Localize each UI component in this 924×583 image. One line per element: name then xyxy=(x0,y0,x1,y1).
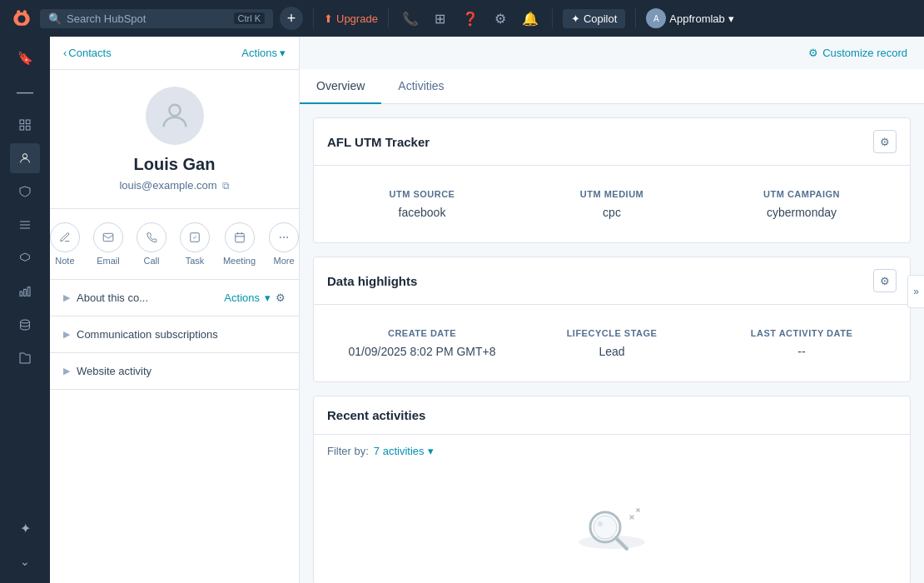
utm-card-title: AFL UTM Tracker xyxy=(327,135,430,149)
action-call[interactable]: Call xyxy=(137,222,166,266)
customize-record-link[interactable]: ⚙ Customize record xyxy=(808,47,907,59)
hubspot-logo[interactable] xyxy=(10,7,33,30)
help-icon[interactable]: ❓ xyxy=(459,7,482,30)
utm-card-header: AFL UTM Tracker ⚙ xyxy=(314,118,910,166)
collapse-chevron-icon: » xyxy=(913,286,919,297)
meeting-label: Meeting xyxy=(223,256,256,266)
note-button[interactable] xyxy=(50,222,80,252)
create-date-label: CREATE DATE xyxy=(388,328,456,338)
collapse-panel-button[interactable]: » xyxy=(907,275,924,308)
utm-card-body: UTM SOURCE facebook UTM MEDIUM cpc UTM C… xyxy=(314,166,910,242)
filter-chevron-icon: ▾ xyxy=(428,445,434,457)
svg-point-24 xyxy=(594,516,617,539)
gear-customize-icon: ⚙ xyxy=(808,47,818,59)
comm-chevron-icon: ▶ xyxy=(63,329,70,340)
sidebar-item-collapse[interactable]: ⌄ xyxy=(10,546,40,576)
lifecycle-stage-label: LIFECYCLE STAGE xyxy=(567,328,658,338)
about-actions-chevron-icon[interactable]: ▾ xyxy=(265,292,271,304)
highlights-gear-button[interactable]: ⚙ xyxy=(873,269,897,292)
filter-activities-button[interactable]: 7 activities ▾ xyxy=(374,445,434,457)
header-actions-button[interactable]: Actions ▾ xyxy=(241,47,286,59)
utm-campaign-col: UTM CAMPAIGN cybermonday xyxy=(707,179,897,229)
utm-medium-label: UTM MEDIUM xyxy=(580,189,644,199)
sidebar-item-marketing[interactable] xyxy=(10,177,40,207)
action-task[interactable]: Task xyxy=(180,222,210,266)
utm-gear-button[interactable]: ⚙ xyxy=(873,130,897,153)
create-date-value: 01/09/2025 8:02 PM GMT+8 xyxy=(348,345,495,358)
more-label: More xyxy=(274,256,295,266)
utm-campaign-label: UTM CAMPAIGN xyxy=(763,189,840,199)
sidebar-item-reports[interactable] xyxy=(10,277,40,306)
utm-source-col: UTM SOURCE facebook xyxy=(327,179,517,229)
svg-rect-15 xyxy=(235,233,244,242)
call-button[interactable] xyxy=(137,222,166,252)
sidebar-item-files[interactable] xyxy=(10,343,40,373)
notifications-icon[interactable]: 🔔 xyxy=(519,7,542,30)
user-avatar: A xyxy=(646,8,666,28)
contact-panel: ‹ Contacts Actions ▾ Louis Gan louis@exa… xyxy=(50,37,300,583)
sidebar-item-dashboard[interactable] xyxy=(10,110,40,140)
nav-divider-1 xyxy=(313,8,314,28)
action-meeting[interactable]: Meeting xyxy=(223,222,256,266)
filter-count-label: 7 activities xyxy=(374,445,425,457)
back-chevron-icon: ‹ xyxy=(63,47,67,59)
filter-by-label: Filter by: xyxy=(327,445,369,457)
email-button[interactable] xyxy=(93,222,123,252)
settings-icon[interactable]: ⚙ xyxy=(489,7,512,30)
data-highlights-card: Data highlights ⚙ CREATE DATE 01/09/2025… xyxy=(313,257,911,382)
action-email[interactable]: Email xyxy=(93,222,123,266)
action-note[interactable]: Note xyxy=(50,222,80,266)
tab-activities[interactable]: Activities xyxy=(381,69,460,104)
user-chevron-icon: ▾ xyxy=(728,12,734,25)
upgrade-button[interactable]: ⬆ Upgrade xyxy=(324,12,378,25)
about-section[interactable]: ▶ About this co... Actions ▾ ⚙ xyxy=(50,280,299,316)
copy-email-icon[interactable]: ⧉ xyxy=(222,180,230,192)
task-button[interactable] xyxy=(180,222,210,252)
sidebar-item-data[interactable] xyxy=(10,310,40,340)
sidebar-item-sparkle[interactable]: ✦ xyxy=(10,513,40,543)
upgrade-label: Upgrade xyxy=(336,12,378,25)
tab-overview[interactable]: Overview xyxy=(300,69,381,104)
utm-medium-col: UTM MEDIUM cpc xyxy=(517,179,707,229)
last-activity-label: LAST ACTIVITY DATE xyxy=(751,328,852,338)
sidebar-item-tags[interactable] xyxy=(10,243,40,273)
search-bar[interactable]: 🔍 Search HubSpot Ctrl K xyxy=(40,9,273,28)
note-label: Note xyxy=(55,256,74,266)
action-more[interactable]: More xyxy=(269,222,299,266)
add-button[interactable]: + xyxy=(280,7,303,30)
communication-section[interactable]: ▶ Communication subscriptions xyxy=(50,316,299,353)
svg-point-12 xyxy=(169,105,180,116)
svg-point-21 xyxy=(287,237,288,237)
meeting-button[interactable] xyxy=(225,222,255,252)
left-sidebar: 🔖 — ✦ ⌄ xyxy=(0,37,50,583)
user-menu-button[interactable]: A Appfromlab ▾ xyxy=(646,8,733,28)
about-gear-icon[interactable]: ⚙ xyxy=(276,292,286,304)
sidebar-item-lists[interactable] xyxy=(10,210,40,240)
about-actions-button[interactable]: Actions xyxy=(224,292,260,304)
tab-activities-label: Activities xyxy=(398,79,444,92)
contacts-back-label: Contacts xyxy=(68,47,111,59)
svg-point-26 xyxy=(598,521,603,526)
copilot-button[interactable]: ✦ Copilot xyxy=(563,9,625,28)
empty-illustration xyxy=(570,492,653,559)
website-section-title: Website activity xyxy=(77,365,152,377)
contact-panel-header: ‹ Contacts Actions ▾ xyxy=(50,37,299,70)
lifecycle-stage-col: LIFECYCLE STAGE Lead xyxy=(517,318,707,368)
highlights-card-title: Data highlights xyxy=(327,274,417,288)
more-button[interactable] xyxy=(269,222,299,252)
contact-email-row: louis@example.com ⧉ xyxy=(119,179,229,192)
svg-rect-9 xyxy=(24,289,27,296)
grid-nav-icon[interactable]: ⊞ xyxy=(429,7,452,30)
sidebar-item-bookmark[interactable]: 🔖 xyxy=(10,43,40,73)
website-section[interactable]: ▶ Website activity xyxy=(50,353,299,390)
back-link[interactable]: ‹ Contacts xyxy=(63,47,112,59)
svg-point-19 xyxy=(280,237,281,237)
sidebar-item-contacts[interactable] xyxy=(10,143,40,173)
about-section-title: About this co... xyxy=(77,292,148,304)
empty-state xyxy=(314,467,910,583)
phone-icon[interactable]: 📞 xyxy=(399,7,422,30)
svg-point-4 xyxy=(22,154,27,158)
user-name: Appfromlab xyxy=(669,12,724,25)
svg-rect-13 xyxy=(103,233,113,241)
recent-activities-card: Recent activities Filter by: 7 activitie… xyxy=(313,396,911,583)
